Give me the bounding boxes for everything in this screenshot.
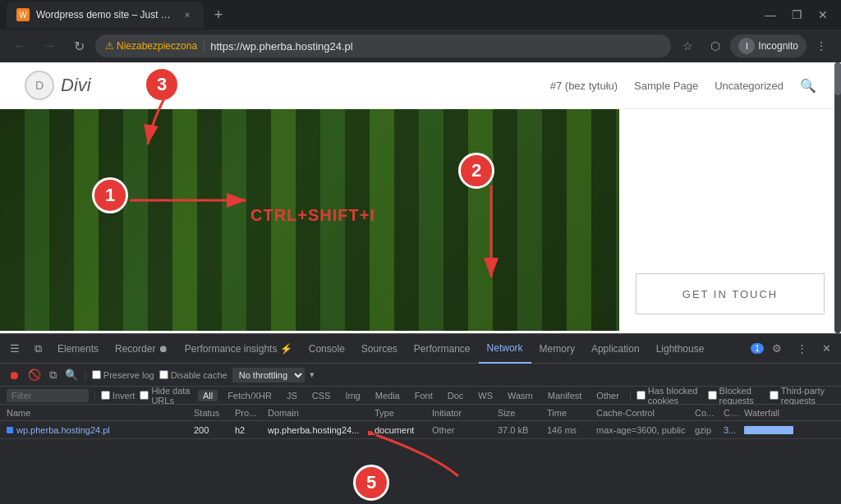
col-header-domain[interactable]: Domain xyxy=(264,408,371,418)
active-tab[interactable]: W Wordpress demo site – Just ano... × xyxy=(7,2,204,28)
type-fetch-xhr[interactable]: Fetch/XHR xyxy=(223,390,277,401)
site-body: GET IN TOUCH xyxy=(0,109,841,331)
tab-application[interactable]: Application xyxy=(583,334,648,364)
site-main-image xyxy=(0,109,619,331)
type-other[interactable]: Other xyxy=(591,390,624,401)
tab-performance-insights[interactable]: Performance insights ⚡ xyxy=(177,334,301,364)
col-header-status[interactable]: Status xyxy=(191,408,232,418)
clear-button[interactable]: 🚫 xyxy=(26,367,43,383)
cell-status: 200 xyxy=(191,425,232,435)
site-logo: D Divi xyxy=(25,71,91,100)
online-indicator: ▾ xyxy=(310,369,315,380)
type-js[interactable]: JS xyxy=(282,390,302,401)
type-font[interactable]: Font xyxy=(410,390,438,401)
devtools-toggle-left[interactable]: ☰ xyxy=(3,337,26,360)
get-in-touch-box: GET IN TOUCH xyxy=(636,273,825,314)
cell-proto: h2 xyxy=(232,425,264,435)
extension-button[interactable]: ⬡ xyxy=(702,33,728,59)
tab-sources[interactable]: Sources xyxy=(353,334,406,364)
address-text: https://wp.pherba.hosting24.pl xyxy=(210,40,352,53)
filter-input[interactable] xyxy=(7,389,89,402)
profile-avatar: I xyxy=(738,38,755,54)
profile-button[interactable]: I Incognito xyxy=(730,34,807,57)
refresh-button[interactable]: ↻ xyxy=(66,33,92,59)
tab-recorder[interactable]: Recorder ⏺ xyxy=(107,334,177,364)
back-button[interactable]: ← xyxy=(7,33,33,59)
type-manifest[interactable]: Manifest xyxy=(543,390,587,401)
tab-close-button[interactable]: × xyxy=(181,8,194,21)
new-tab-button[interactable]: + xyxy=(207,3,230,26)
col-header-initiator[interactable]: Initiator xyxy=(429,408,494,418)
has-blocked-cookies-label: Has blocked cookies xyxy=(636,386,703,405)
logo-circle: D xyxy=(25,71,54,100)
devtools-undock[interactable]: ⧉ xyxy=(26,337,49,360)
cell-c: 3... xyxy=(720,425,741,435)
restore-button[interactable]: ❐ xyxy=(785,3,808,26)
tab-network[interactable]: Network xyxy=(479,334,531,364)
nav-item-1[interactable]: #7 (bez tytułu) xyxy=(550,80,618,92)
blocked-requests-checkbox[interactable] xyxy=(708,391,717,400)
cell-domain: wp.pherba.hosting24... xyxy=(264,425,371,435)
filter-button[interactable]: ⧉ xyxy=(48,367,58,383)
waterfall-bar xyxy=(744,426,793,434)
tab-lighthouse[interactable]: Lighthouse xyxy=(648,334,713,364)
type-ws[interactable]: WS xyxy=(473,390,498,401)
tab-bar-right: — ❐ ✕ xyxy=(759,3,834,26)
menu-button[interactable]: ⋮ xyxy=(808,33,834,59)
page-scrollbar[interactable] xyxy=(834,62,841,333)
hide-data-urls-checkbox[interactable] xyxy=(140,391,149,400)
disable-cache-checkbox[interactable] xyxy=(159,370,168,379)
col-header-cache[interactable]: Cache-Control xyxy=(593,408,692,418)
nav-right: ☆ ⬡ I Incognito ⋮ xyxy=(674,33,834,59)
devtools-more-button[interactable]: ⋮ xyxy=(790,337,813,360)
blocked-requests-label: Blocked requests xyxy=(708,386,765,405)
address-bar[interactable]: ⚠ Niezabezpieczona | https://wp.pherba.h… xyxy=(95,34,671,57)
search-icon-nav[interactable]: 🔍 xyxy=(800,78,816,94)
cell-size: 37.0 kB xyxy=(494,425,544,435)
search-button[interactable]: 🔍 xyxy=(63,367,80,383)
record-button[interactable]: ⏺ xyxy=(7,367,21,383)
col-header-proto[interactable]: Pro... xyxy=(232,408,264,418)
preserve-log-checkbox[interactable] xyxy=(92,370,101,379)
annotation-5-container: 5 xyxy=(0,439,841,504)
type-media[interactable]: Media xyxy=(370,390,405,401)
site-header: D Divi #7 (bez tytułu) Sample Page Uncat… xyxy=(0,62,841,109)
col-header-name[interactable]: Name xyxy=(3,408,191,418)
col-header-size[interactable]: Size xyxy=(494,408,544,418)
throttling-select[interactable]: No throttling xyxy=(232,368,305,383)
network-table: Name Status Pro... Domain Type Initiator… xyxy=(0,405,841,504)
type-css[interactable]: CSS xyxy=(307,390,336,401)
tab-console[interactable]: Console xyxy=(301,334,353,364)
nav-item-3[interactable]: Uncategorized xyxy=(715,80,784,92)
separator-2: | xyxy=(629,391,632,401)
devtools-filter-row: ⏺ 🚫 ⧉ 🔍 | Preserve log Disable cache No … xyxy=(0,364,841,387)
type-img[interactable]: Img xyxy=(340,390,365,401)
bookmark-button[interactable]: ☆ xyxy=(674,33,701,59)
col-header-co[interactable]: Co... xyxy=(692,408,720,418)
table-header-row: Name Status Pro... Domain Type Initiator… xyxy=(0,405,841,421)
filter-separator: | xyxy=(85,370,87,380)
tab-performance[interactable]: Performance xyxy=(406,334,479,364)
settings-button[interactable]: ⚙ xyxy=(765,337,788,360)
col-header-type[interactable]: Type xyxy=(371,408,429,418)
tab-memory[interactable]: Memory xyxy=(531,334,583,364)
third-party-checkbox[interactable] xyxy=(770,391,779,400)
type-doc[interactable]: Doc xyxy=(443,390,469,401)
badge-1: 1 xyxy=(751,343,764,354)
warning-icon: ⚠ xyxy=(105,40,114,52)
col-header-waterfall[interactable]: Waterfall xyxy=(741,408,838,418)
devtools-close-button[interactable]: ✕ xyxy=(815,337,838,360)
type-all[interactable]: All xyxy=(198,390,218,401)
nav-item-2[interactable]: Sample Page xyxy=(634,80,698,92)
minimize-button[interactable]: — xyxy=(759,3,782,26)
has-blocked-cookies-checkbox[interactable] xyxy=(636,391,646,400)
close-window-button[interactable]: ✕ xyxy=(811,3,834,26)
get-in-touch-label: GET IN TOUCH xyxy=(682,288,778,300)
tab-elements[interactable]: Elements xyxy=(49,334,107,364)
col-header-time[interactable]: Time xyxy=(544,408,593,418)
tab-bar: W Wordpress demo site – Just ano... × + … xyxy=(0,0,841,30)
forward-button[interactable]: → xyxy=(36,33,62,59)
type-wasm[interactable]: Wasm xyxy=(503,390,538,401)
invert-checkbox[interactable] xyxy=(101,391,110,400)
col-header-c[interactable]: C... xyxy=(720,408,741,418)
